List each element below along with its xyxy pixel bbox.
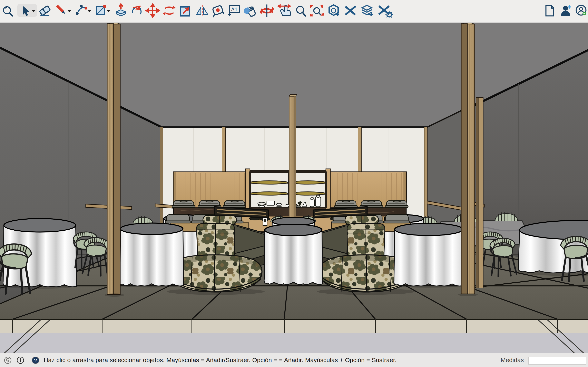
svg-text:A1: A1 — [231, 7, 237, 13]
svg-text:?: ? — [34, 358, 37, 364]
